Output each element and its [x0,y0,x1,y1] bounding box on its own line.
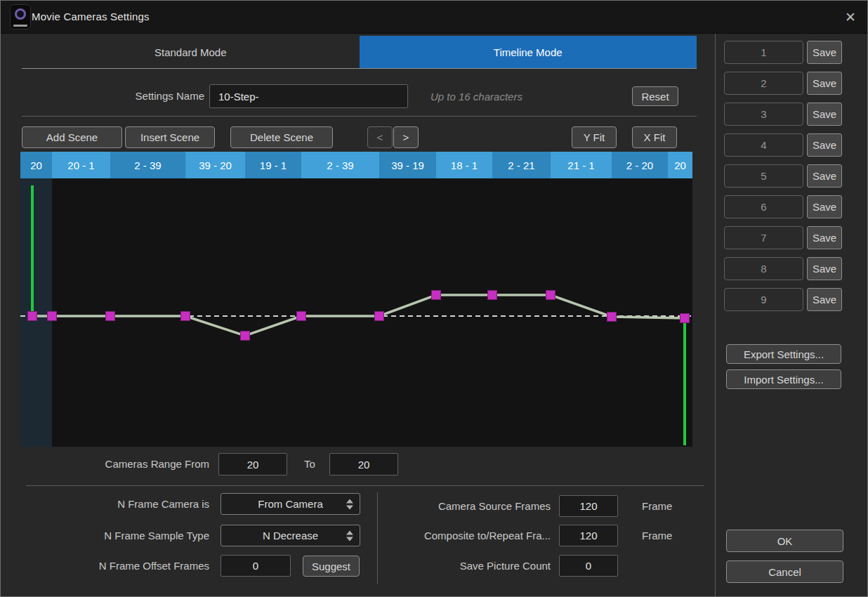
movie-cameras-settings-dialog: Movie Cameras Settings ✕ Standard Mode T… [0,0,868,597]
range-to-input[interactable] [329,453,398,475]
x-fit-button[interactable]: X Fit [632,126,677,148]
cancel-button[interactable]: Cancel [726,560,843,583]
y-fit-button[interactable]: Y Fit [572,126,617,148]
next-scene-button[interactable]: > [393,126,419,148]
preset-slot-button[interactable]: 8 [724,257,803,280]
spinner-icon[interactable] [346,530,353,541]
keyframe-point[interactable] [488,291,497,300]
sidebar-divider [715,34,716,597]
selected-value: N Decrease [263,530,318,542]
composite-frames-input[interactable] [559,525,618,546]
ok-button[interactable]: OK [726,530,843,552]
settings-name-input[interactable] [209,84,408,108]
keyframe-point[interactable] [28,312,37,321]
timeline-segment[interactable]: 2 - 21 [492,152,551,178]
preset-save-button[interactable]: Save [807,72,842,95]
preset-save-button[interactable]: Save [807,288,842,311]
preset-slot-row: 3Save [724,103,843,126]
preset-save-button[interactable]: Save [807,133,842,157]
preset-slot-row: 8Save [724,257,843,280]
timeline-segment[interactable]: 18 - 1 [436,152,492,178]
preset-save-button[interactable]: Save [807,257,842,280]
frame-unit-label: Frame [642,530,672,542]
preset-save-button[interactable]: Save [807,41,842,64]
keyframe-point[interactable] [106,312,115,321]
keyframe-point[interactable] [680,314,690,323]
export-settings-button[interactable]: Export Settings... [726,344,841,364]
reset-button[interactable]: Reset [632,86,678,106]
camera-source-frames-label: Camera Source Frames [380,500,551,512]
n-frame-sample-label: N Frame Sample Type [57,530,209,542]
save-picture-count-label: Save Picture Count [380,560,551,572]
title-bar: Movie Cameras Settings ✕ [1,1,867,34]
save-picture-count-input[interactable] [559,555,618,577]
camera-curve-canvas[interactable] [20,178,692,447]
divider [377,492,378,584]
frame-unit-label: Frame [642,500,672,512]
timeline-segment[interactable]: 20 [20,152,52,178]
tab-timeline-mode[interactable]: Timeline Mode [360,36,697,68]
close-icon[interactable]: ✕ [842,9,859,26]
n-frame-offset-label: N Frame Offset Frames [57,560,209,572]
prev-scene-button[interactable]: < [367,126,393,148]
timeline-segment[interactable]: 20 - 1 [52,152,110,178]
preset-slot-button[interactable]: 6 [724,195,803,218]
preset-save-button[interactable]: Save [807,164,842,188]
timeline-segment[interactable]: 39 - 19 [379,152,436,178]
suggest-button[interactable]: Suggest [303,556,360,577]
add-scene-button[interactable]: Add Scene [22,126,122,148]
preset-slot-row: 9Save [724,288,843,311]
range-from-input[interactable] [218,453,287,475]
preset-slot-row: 1Save [724,41,843,64]
delete-scene-button[interactable]: Delete Scene [230,126,333,148]
camera-lens-icon [15,8,26,20]
import-settings-button[interactable]: Import Settings... [726,369,841,389]
preset-slot-row: 6Save [724,195,843,218]
keyframe-point[interactable] [546,291,555,300]
preset-slot-button[interactable]: 7 [724,226,803,249]
timeline-segment[interactable]: 21 - 1 [551,152,612,178]
composite-frames-label: Composite to/Repeat Fra... [380,530,551,542]
preset-slot-button[interactable]: 2 [724,72,803,95]
preset-save-button[interactable]: Save [807,195,842,218]
keyframe-point[interactable] [432,291,441,300]
timeline-segment[interactable]: 2 - 20 [612,152,668,178]
keyframe-point[interactable] [297,312,306,321]
n-frame-sample-select[interactable]: N Decrease [221,525,360,546]
preset-slot-button[interactable]: 9 [724,288,803,311]
n-frame-offset-input[interactable] [221,555,291,577]
preset-slot-row: 7Save [724,226,843,249]
preset-slot-button[interactable]: 3 [724,103,803,126]
preset-slot-button[interactable]: 5 [724,164,803,188]
preset-slot-row: 5Save [724,164,843,188]
keyframe-point[interactable] [181,312,190,321]
preset-save-button[interactable]: Save [807,226,842,249]
timeline-graph[interactable] [20,178,692,447]
app-icon-caption [13,25,27,27]
keyframe-point[interactable] [607,313,617,322]
app-icon [10,4,31,29]
preset-slot-button[interactable]: 1 [724,41,803,64]
spinner-icon[interactable] [346,499,353,509]
timeline-segment[interactable]: 19 - 1 [245,152,301,178]
timeline-segment[interactable]: 2 - 39 [110,152,185,178]
preset-slots: 1Save2Save3Save4Save5Save6Save7Save8Save… [724,41,843,319]
timeline-segment[interactable]: 20 [668,152,692,178]
insert-scene-button[interactable]: Insert Scene [125,126,215,148]
keyframe-point[interactable] [241,332,250,341]
preset-slot-row: 4Save [724,133,843,157]
timeline-editor[interactable]: 2020 - 12 - 3939 - 2019 - 12 - 3939 - 19… [20,152,692,447]
tab-standard-mode[interactable]: Standard Mode [22,36,360,68]
cameras-range-label: Cameras Range From [71,458,209,470]
keyframe-point[interactable] [48,312,57,321]
preset-save-button[interactable]: Save [807,103,842,126]
keyframe-point[interactable] [375,312,384,321]
timeline-segment[interactable]: 39 - 20 [185,152,245,178]
range-to-label: To [304,458,315,470]
preset-slot-button[interactable]: 4 [724,133,803,157]
n-frame-camera-select[interactable]: From Camera [221,493,360,515]
camera-source-frames-input[interactable] [559,495,618,517]
timeline-segment[interactable]: 2 - 39 [301,152,379,178]
divider [26,485,704,486]
divider [22,116,697,117]
